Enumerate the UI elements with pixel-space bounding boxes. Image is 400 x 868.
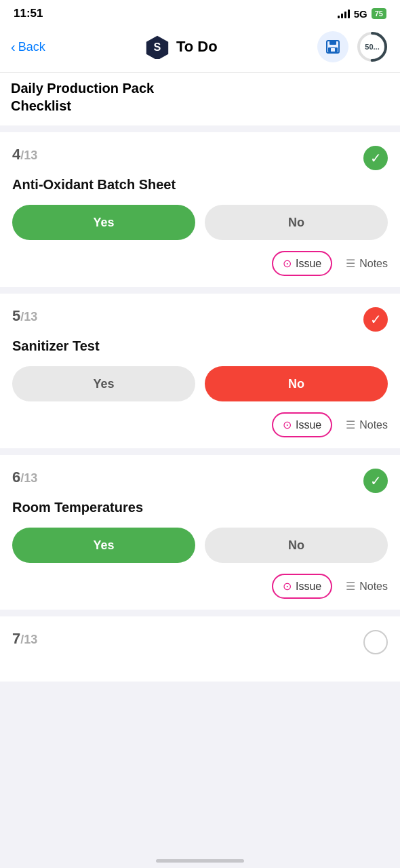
card-4-status-icon: ✓ [363,146,388,170]
card-5: 5/13 ✓ Sanitizer Test Yes No ⊙ Issue ☰ N… [0,294,400,448]
card-4-header: 4/13 ✓ [12,146,388,170]
card-6-no-button[interactable]: No [205,528,388,563]
card-6-issue-button[interactable]: ⊙ Issue [272,574,332,599]
header-title-group: S To Do [145,35,218,59]
card-4-notes-button[interactable]: ☰ Notes [346,257,388,270]
back-button[interactable]: ‹ Back [11,39,45,55]
back-label: Back [18,40,45,54]
card-5-no-button[interactable]: No [205,366,388,401]
card-5-status-icon: ✓ [363,307,388,332]
card-4-notes-label: Notes [359,258,388,270]
card-7-total: /13 [20,633,37,646]
page-title: Daily Production PackChecklist [11,79,154,115]
svg-rect-3 [329,41,336,45]
progress-circle[interactable]: 50... [355,30,389,64]
card-6-index: 6 [12,469,20,486]
card-6-header: 6/13 ✓ [12,469,388,493]
card-7-counter: 7/13 [12,630,37,648]
card-5-yes-button[interactable]: Yes [12,366,195,401]
card-6: 6/13 ✓ Room Temperatures Yes No ⊙ Issue … [0,455,400,610]
app-logo-icon: S [145,35,169,59]
svg-text:S: S [154,41,161,53]
card-5-notes-button[interactable]: ☰ Notes [346,418,388,431]
card-4-action-row: ⊙ Issue ☰ Notes [12,251,388,276]
card-5-yn-row: Yes No [12,366,388,401]
card-6-counter: 6/13 [12,469,37,486]
card-4: 4/13 ✓ Anti-Oxidant Batch Sheet Yes No ⊙… [0,132,400,287]
card-4-yes-button[interactable]: Yes [12,205,195,240]
card-6-action-row: ⊙ Issue ☰ Notes [12,574,388,599]
save-button[interactable] [317,31,348,62]
home-indicator [156,859,244,863]
issue-icon: ⊙ [283,418,292,431]
header: ‹ Back S To Do 50... [0,24,400,73]
card-4-total: /13 [20,149,37,162]
card-4-issue-label: Issue [296,258,321,270]
card-5-index: 5 [12,307,20,324]
card-5-notes-label: Notes [359,419,388,431]
card-4-counter: 4/13 [12,146,37,163]
page-title-header: To Do [176,38,218,56]
card-6-status-icon: ✓ [363,469,388,493]
card-5-counter: 5/13 [12,307,37,325]
status-bar: 11:51 5G 75 [0,0,400,24]
issue-icon: ⊙ [283,257,292,270]
card-5-action-row: ⊙ Issue ☰ Notes [12,412,388,437]
card-7-index: 7 [12,630,20,647]
svg-rect-5 [331,48,335,52]
card-4-issue-button[interactable]: ⊙ Issue [272,251,332,276]
progress-label: 50... [365,43,379,51]
card-6-notes-label: Notes [359,580,388,593]
cards-container: 4/13 ✓ Anti-Oxidant Batch Sheet Yes No ⊙… [0,132,400,682]
card-7-status-icon [363,630,388,654]
card-4-yn-row: Yes No [12,205,388,240]
status-time: 11:51 [14,7,43,20]
card-4-title: Anti-Oxidant Batch Sheet [12,177,388,193]
card-5-issue-label: Issue [296,419,321,431]
card-6-yn-row: Yes No [12,528,388,563]
card-7: 7/13 [0,616,400,682]
save-icon [325,39,341,55]
issue-icon: ⊙ [283,580,292,593]
card-5-total: /13 [20,310,37,323]
card-5-title: Sanitizer Test [12,338,388,354]
card-7-header: 7/13 [12,630,388,654]
card-6-total: /13 [20,471,37,485]
header-actions: 50... [317,30,389,64]
card-5-header: 5/13 ✓ [12,307,388,332]
card-6-notes-button[interactable]: ☰ Notes [346,580,388,593]
card-4-index: 4 [12,146,20,163]
card-6-title: Room Temperatures [12,500,388,515]
signal-icon [338,9,350,18]
chevron-left-icon: ‹ [11,39,16,55]
card-4-no-button[interactable]: No [205,205,388,240]
notes-icon: ☰ [346,257,355,270]
card-5-issue-button[interactable]: ⊙ Issue [272,412,332,437]
battery-indicator: 75 [372,8,386,19]
network-type: 5G [354,8,367,20]
card-6-yes-button[interactable]: Yes [12,528,195,563]
page-title-row: Daily Production PackChecklist [0,73,400,125]
card-6-issue-label: Issue [296,580,321,593]
status-icons: 5G 75 [338,8,386,20]
notes-icon: ☰ [346,580,355,593]
notes-icon: ☰ [346,418,355,431]
